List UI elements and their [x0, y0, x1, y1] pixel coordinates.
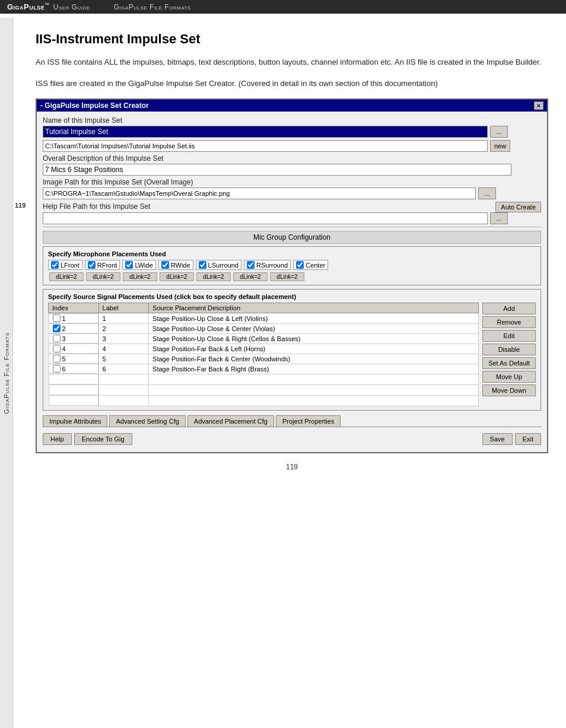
mic-placements-box: Specify Microphone Placements Used LFron…: [43, 246, 541, 285]
table-row: 2 2 Stage Position-Up Close & Center (Vi…: [49, 323, 479, 333]
dlink-6[interactable]: dLink=2: [233, 272, 268, 281]
gigapulse-dialog: - GigaPulse Impulse Set Creator × Name o…: [36, 98, 548, 453]
name-input[interactable]: [43, 126, 488, 138]
mic-lwide-checkbox[interactable]: [125, 261, 133, 269]
dlink-2[interactable]: dLink=2: [86, 272, 120, 281]
tab-impulse-attributes[interactable]: Impulse Attributes: [43, 415, 107, 427]
help-button[interactable]: Help: [43, 433, 72, 445]
move-up-button[interactable]: Move Up: [482, 371, 536, 383]
mic-rsurround-checkbox[interactable]: [247, 261, 255, 269]
mic-lfront-checkbox[interactable]: [51, 261, 59, 269]
mic-rfront: RFront: [85, 260, 120, 270]
image-path-label: Image Path for this Impulse Set (Overall…: [43, 178, 541, 186]
mic-center: Center: [293, 260, 328, 270]
mic-lsurround: LSurround: [196, 260, 241, 270]
mic-lsurround-checkbox[interactable]: [199, 261, 206, 269]
brand-name: GigaPulse™: [7, 2, 50, 11]
description-2: ISS files are created in the GigaPulse I…: [36, 78, 546, 90]
table-row: 4 4 Stage Position-Far Back & Left (Horn…: [49, 344, 479, 354]
table-row-empty3: [49, 395, 479, 406]
help-browse-button[interactable]: ...: [490, 212, 508, 224]
top-header: GigaPulse™ User Guide GigaPulse File For…: [0, 0, 566, 14]
close-button[interactable]: ×: [534, 101, 543, 110]
auto-create-button[interactable]: Auto Create: [495, 202, 541, 212]
row6-checkbox[interactable]: [53, 365, 61, 373]
disable-button[interactable]: Disable: [482, 344, 536, 355]
mic-rsurround: RSurround: [244, 260, 291, 270]
description-1: An ISS file contains ALL the impulses, b…: [36, 56, 546, 68]
mic-rwide-checkbox[interactable]: [161, 261, 169, 269]
table-row-empty1: [49, 374, 479, 384]
page-title: IIS-Instrument Impulse Set: [36, 31, 548, 47]
edit-button[interactable]: Edit: [482, 330, 536, 342]
image-path-input[interactable]: [43, 187, 476, 199]
source-table: Index Label Source Placement Description: [48, 303, 479, 406]
add-button[interactable]: Add: [482, 303, 536, 314]
source-table-wrap: Index Label Source Placement Description: [48, 303, 479, 406]
mic-rwide: RWide: [158, 260, 193, 270]
tab-row: Impulse Attributes Advanced Setting Cfg …: [43, 415, 541, 427]
new-button[interactable]: new: [490, 140, 510, 152]
table-row: 5 5 Stage Position-Far Back & Center (Wo…: [49, 354, 479, 364]
exit-button[interactable]: Exit: [515, 433, 541, 445]
dlink-3[interactable]: dLink=2: [123, 272, 157, 281]
mic-placements-label: Specify Microphone Placements Used: [48, 250, 536, 257]
mic-lfront: LFront: [48, 260, 82, 270]
mic-lwide: LWide: [122, 260, 155, 270]
row4-checkbox[interactable]: [53, 345, 61, 352]
help-path-input[interactable]: [43, 212, 488, 224]
row1-checkbox[interactable]: [53, 314, 61, 322]
mic-center-checkbox[interactable]: [296, 261, 304, 269]
user-guide-label: User Guide: [53, 3, 90, 11]
image-browse-button[interactable]: ...: [478, 187, 496, 199]
tab-advanced-placement[interactable]: Advanced Placement Cfg: [187, 415, 274, 427]
move-down-button[interactable]: Move Down: [482, 384, 536, 396]
save-button[interactable]: Save: [482, 433, 513, 445]
image-path-row: ...: [43, 187, 541, 199]
tab-project-properties[interactable]: Project Properties: [276, 415, 341, 427]
row2-checkbox[interactable]: [53, 325, 61, 332]
col-desc: Source Placement Description: [149, 303, 479, 313]
help-path-label: Help File Path for this Impulse Set: [43, 202, 150, 211]
file-path-input[interactable]: [43, 140, 488, 152]
name-row: ...: [43, 126, 541, 138]
table-row: 1 1 Stage Position-Up Close & Left (Viol…: [49, 313, 479, 324]
dlink-5[interactable]: dLink=2: [196, 272, 231, 281]
overall-desc-row: [43, 164, 541, 176]
row3-checkbox[interactable]: [53, 335, 61, 342]
source-layout: Index Label Source Placement Description: [48, 303, 536, 406]
table-row-empty2: [49, 384, 479, 395]
name-label: Name of this Impulse Set: [43, 116, 541, 125]
dialog-titlebar: - GigaPulse Impulse Set Creator ×: [37, 100, 547, 112]
overall-desc-input[interactable]: [43, 164, 511, 176]
col-index: Index: [49, 303, 99, 313]
dlink-row: dLink=2 dLink=2 dLink=2 dLink=2 dLink=2 …: [49, 272, 536, 281]
dlink-7[interactable]: dLink=2: [270, 272, 304, 281]
page-number-left: 119: [15, 202, 26, 209]
source-signal-label: Specify Source Signal Placements Used (c…: [48, 293, 536, 300]
set-as-default-button[interactable]: Set As Default: [482, 357, 536, 369]
dlink-1[interactable]: dLink=2: [49, 272, 84, 281]
row5-checkbox[interactable]: [53, 355, 61, 363]
remove-button[interactable]: Remove: [482, 316, 536, 328]
dlink-4[interactable]: dLink=2: [160, 272, 194, 281]
footer-page-number: 119: [36, 463, 548, 471]
encode-button[interactable]: Encode To Gig: [74, 433, 132, 445]
mic-rfront-checkbox[interactable]: [88, 261, 96, 269]
dialog-title: - GigaPulse Impulse Set Creator: [40, 101, 149, 110]
file-path-row: new: [43, 140, 541, 152]
overall-desc-label: Overall Description of this Impulse Set: [43, 154, 541, 163]
left-sidebar: GigaPulse File Formats: [0, 18, 13, 728]
col-label: Label: [98, 303, 149, 313]
sidebar-label: GigaPulse File Formats: [3, 332, 10, 414]
help-path-row: ...: [43, 212, 541, 224]
dialog-body: Name of this Impulse Set ... new Overall…: [37, 112, 547, 452]
mic-checkboxes-row: LFront RFront LWide RWide: [48, 260, 536, 270]
tab-advanced-setting[interactable]: Advanced Setting Cfg: [109, 415, 185, 427]
mic-group-section: Mic Group Configuration: [43, 231, 541, 244]
table-row: 3 3 Stage Position-Up Close & Right (Cel…: [49, 333, 479, 344]
main-content: IIS-Instrument Impulse Set An ISS file c…: [18, 14, 566, 489]
file-formats-label: GigaPulse File Formats: [114, 3, 191, 11]
source-signal-box: Specify Source Signal Placements Used (c…: [43, 289, 541, 411]
browse-name-button[interactable]: ...: [490, 126, 508, 138]
